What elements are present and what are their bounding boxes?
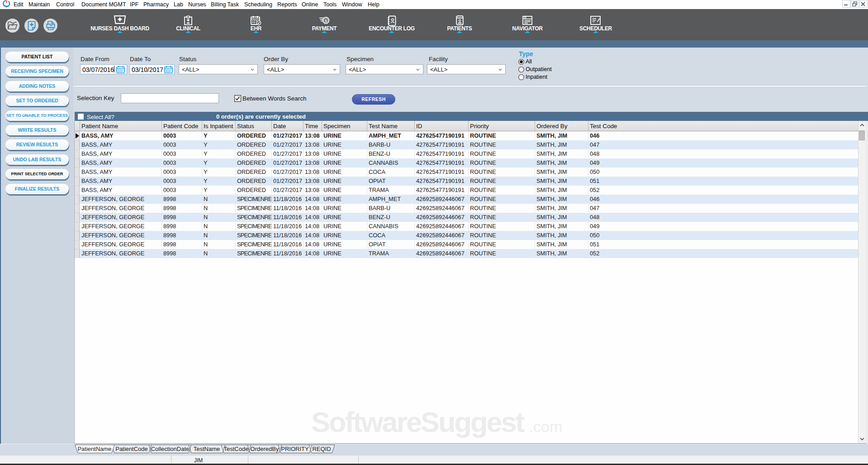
svg-text:$: $ <box>325 19 327 23</box>
svg-text:CollectionDate: CollectionDate <box>151 446 190 452</box>
svg-text:PatientCode: PatientCode <box>115 446 148 452</box>
svg-text:TestName: TestName <box>194 446 220 452</box>
svg-text:TestCode: TestCode <box>224 446 249 452</box>
svg-text:REQID: REQID <box>312 446 331 452</box>
svg-text:PRIORITY: PRIORITY <box>281 446 309 452</box>
svg-text:PatientName: PatientName <box>77 446 111 452</box>
svg-text:OrderedBy: OrderedBy <box>251 446 279 452</box>
